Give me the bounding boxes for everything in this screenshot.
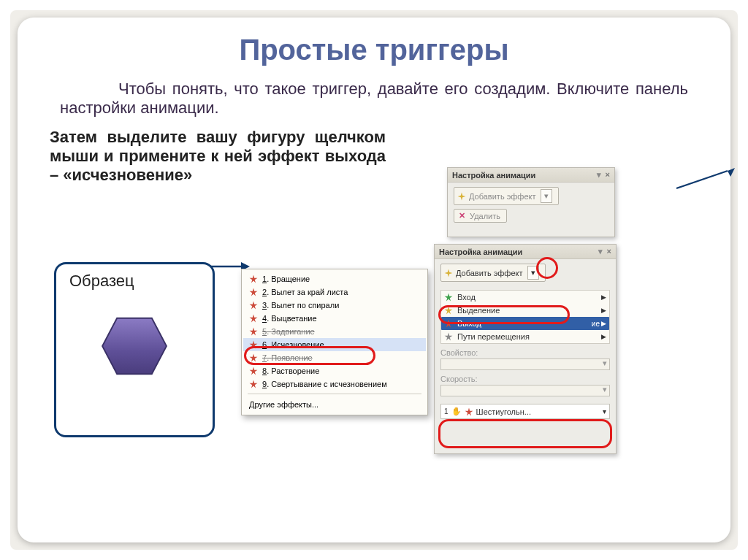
menu-entrance[interactable]: Вход ▶ <box>441 291 609 304</box>
effect-item[interactable]: 1. Вращение <box>243 272 426 285</box>
star-icon <box>249 367 258 375</box>
svg-marker-15 <box>250 341 258 349</box>
speed-dropdown[interactable] <box>440 385 610 396</box>
svg-marker-6 <box>445 307 453 315</box>
sparkle-icon <box>444 269 453 277</box>
effect-item-selected[interactable]: 6. Исчезновение <box>243 338 426 351</box>
sparkle-icon <box>457 192 466 201</box>
chevron-down-icon: ▾ <box>541 189 552 203</box>
star-icon <box>444 319 453 328</box>
svg-marker-5 <box>445 294 453 302</box>
close-icon[interactable]: × <box>607 247 611 256</box>
svg-line-19 <box>676 171 728 188</box>
effect-item[interactable]: 4. Выцветание <box>243 312 426 325</box>
chevron-right-icon: ▶ <box>601 333 606 340</box>
mouse-click-icon: ✋ <box>451 407 462 416</box>
dropdown-icon[interactable]: ▾ <box>598 247 603 256</box>
intro-paragraph: Чтобы понять, что такое триггер, давайте… <box>42 80 706 118</box>
svg-marker-3 <box>458 192 466 200</box>
add-effect-button[interactable]: Добавить эффект ▾ <box>440 264 546 282</box>
effect-item[interactable]: 9. Свертывание с исчезновением <box>243 377 426 391</box>
svg-marker-10 <box>250 275 258 283</box>
star-icon <box>249 327 258 336</box>
close-icon[interactable]: × <box>606 170 610 180</box>
effect-item[interactable]: 3. Вылет по спирали <box>243 299 426 312</box>
add-effect-button-disabled: Добавить эффект ▾ <box>454 187 559 205</box>
svg-marker-8 <box>445 333 453 341</box>
star-icon <box>444 293 453 302</box>
pane-titlebar: Настройка анимации ▾ × <box>435 245 616 259</box>
star-icon <box>249 288 258 296</box>
star-icon <box>465 407 473 416</box>
effect-item[interactable]: 8. Растворение <box>243 364 426 377</box>
slide-frame: Простые триггеры Чтобы понять, что такое… <box>10 10 738 550</box>
menu-motion-paths[interactable]: Пути перемещения ▶ <box>441 330 609 343</box>
property-dropdown[interactable] <box>440 358 610 370</box>
svg-marker-17 <box>250 367 258 375</box>
sample-box: Образец <box>54 262 215 437</box>
effect-item[interactable]: 5. Задвигание <box>243 325 426 338</box>
pane-title: Настройка анимации <box>439 248 522 256</box>
exit-effects-submenu: 1. Вращение 2. Вылет за край листа 3. Вы… <box>241 269 428 415</box>
remove-button-disabled: ✕ Удалить <box>454 209 507 223</box>
slide-card: Простые триггеры Чтобы понять, что такое… <box>18 18 730 542</box>
svg-marker-7 <box>445 320 453 328</box>
svg-marker-13 <box>250 315 258 323</box>
hexagon-shape[interactable] <box>99 315 169 377</box>
star-icon <box>444 332 453 341</box>
animation-list-item[interactable]: 1 ✋ Шестиугольн... ▾ <box>440 404 610 419</box>
chevron-right-icon: ▶ <box>601 320 606 327</box>
star-icon <box>249 275 258 283</box>
svg-marker-4 <box>445 269 453 277</box>
other-effects-item[interactable]: Другие эффекты... <box>243 397 426 412</box>
pane-title: Настройка анимации <box>452 171 535 180</box>
effect-item[interactable]: 2. Вылет за край листа <box>243 285 426 299</box>
intro-text: Чтобы понять, что такое триггер, давайте… <box>60 80 688 117</box>
pane-titlebar: Настройка анимации ▾ × <box>448 168 614 183</box>
chevron-down-icon[interactable]: ▾ <box>603 407 606 415</box>
menu-exit[interactable]: Выход ие▶ <box>441 317 609 330</box>
animation-pane-active: Настройка анимации ▾ × Добавить эффект ▾… <box>434 244 617 454</box>
animation-pane-disabled: Настройка анимации ▾ × Добавить эффект ▾… <box>447 167 615 237</box>
svg-marker-12 <box>250 302 258 310</box>
chevron-right-icon: ▶ <box>601 307 606 314</box>
chevron-down-icon[interactable]: ▾ <box>527 266 539 280</box>
star-icon <box>249 340 258 349</box>
star-icon <box>249 353 258 362</box>
star-icon <box>249 380 258 388</box>
effect-item[interactable]: 7. Появление <box>243 351 426 364</box>
dropdown-icon[interactable]: ▾ <box>597 170 601 180</box>
star-icon <box>249 301 258 310</box>
svg-marker-20 <box>728 168 735 177</box>
svg-marker-14 <box>250 328 258 336</box>
sample-label: Образец <box>56 264 213 298</box>
star-icon <box>249 314 258 323</box>
svg-marker-16 <box>250 354 258 362</box>
svg-marker-9 <box>465 407 473 415</box>
instruction-paragraph: Затем выделите вашу фигуру щелчком мыши … <box>50 128 386 185</box>
svg-marker-0 <box>102 318 167 374</box>
property-field: Свойство: <box>440 348 610 370</box>
page-title: Простые триггеры <box>42 34 706 66</box>
menu-emphasis[interactable]: Выделение ▶ <box>441 304 609 317</box>
chevron-right-icon: ▶ <box>601 294 606 301</box>
effect-category-menu: Вход ▶ Выделение ▶ Выход ие▶ Пути переме… <box>440 290 610 344</box>
svg-marker-18 <box>250 380 258 388</box>
speed-field: Скорость: <box>440 375 610 396</box>
offscreen-arrow-icon <box>676 168 735 194</box>
x-icon: ✕ <box>457 211 467 220</box>
svg-marker-11 <box>250 288 258 296</box>
star-icon <box>444 306 453 315</box>
